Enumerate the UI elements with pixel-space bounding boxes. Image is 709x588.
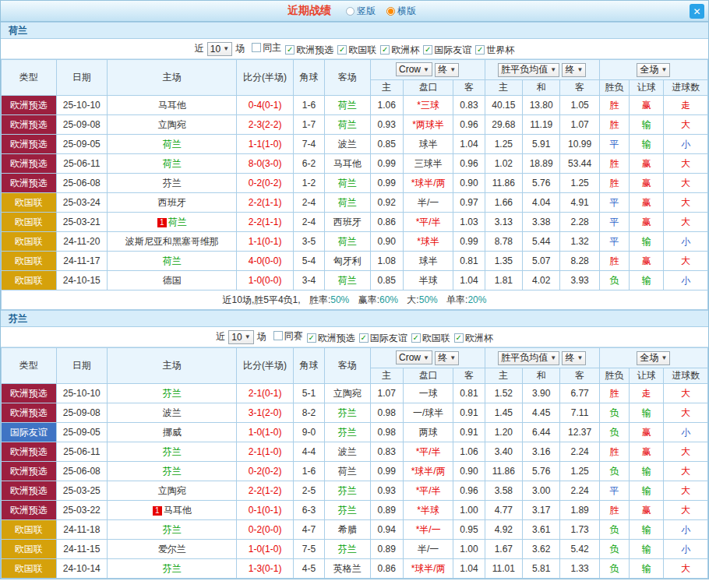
checkbox-checked-icon: ✓ (454, 333, 464, 343)
checkbox-checked-icon: ✓ (423, 45, 432, 55)
result-goals: 小 (664, 135, 708, 154)
corners: 3-5 (293, 232, 324, 252)
corners: 1-6 (293, 96, 324, 115)
radio-unchecked-icon (346, 7, 354, 16)
competition-badge: 欧国联 (2, 252, 57, 271)
col-date: 日期 (56, 60, 108, 96)
filter-checkbox[interactable]: 同赛 (273, 329, 303, 343)
avg-final-select[interactable]: 终 (562, 63, 586, 77)
score: 1-1(1-0) (237, 135, 294, 154)
result-goals: 小 (664, 520, 708, 540)
avg-draw-odds: 3.17 (523, 501, 560, 520)
avg-select[interactable]: 胜平负均值 (498, 351, 559, 365)
odds-source-select[interactable]: Crow (396, 350, 432, 364)
odds-final-select[interactable]: 终 (435, 351, 459, 365)
col-away: 客场 (325, 60, 370, 96)
competition-badge: 欧国联 (2, 559, 57, 579)
handicap-away-odds: 0.81 (453, 252, 485, 271)
competition-badge: 欧国联 (2, 193, 57, 213)
filter-checkbox[interactable]: ✓世界杯 (475, 44, 514, 57)
match-date: 24-10-14 (56, 559, 108, 579)
match-date: 24-11-20 (56, 232, 108, 252)
home-team: 芬兰 (108, 384, 237, 403)
filter-checkbox[interactable]: ✓欧国联 (337, 44, 376, 57)
handicap-away-odds: 1.06 (453, 442, 485, 462)
odds-source-select[interactable]: Crow (396, 62, 432, 76)
layout-option-vertical[interactable]: 竖版 (346, 5, 376, 18)
match-date: 25-09-05 (56, 423, 108, 442)
result-wdl: 胜 (599, 252, 629, 271)
corners: 4-7 (293, 520, 324, 540)
filter-checkbox[interactable]: 同主 (252, 41, 281, 55)
handicap-away-odds: 0.95 (453, 520, 485, 540)
sub-ou: 进球数 (664, 368, 708, 384)
corners: 4-5 (293, 559, 324, 579)
match-row: 欧国联24-11-17荷兰4-0(0-0)5-4匈牙利1.08球半0.811.3… (2, 252, 708, 271)
result-goals: 大 (664, 403, 708, 423)
competition-badge: 欧洲预选 (2, 403, 57, 423)
home-team: 1马耳他 (108, 501, 237, 520)
competition-badge: 欧国联 (2, 520, 57, 540)
handicap-home-odds: 1.08 (370, 252, 403, 271)
result-wdl: 负 (599, 559, 629, 579)
result-wdl: 负 (599, 403, 629, 423)
avg-home-odds: 1.35 (485, 252, 522, 271)
home-team: 马耳他 (108, 96, 237, 115)
recent-count-select[interactable]: 10 (207, 42, 232, 56)
score: 2-1(0-1) (237, 384, 294, 403)
avg-home-odds: 1.52 (485, 384, 522, 403)
result-wdl: 负 (599, 462, 629, 481)
avg-select[interactable]: 胜平负均值 (498, 63, 559, 77)
corners: 2-4 (293, 213, 324, 232)
recent-count-select[interactable]: 10 (228, 330, 253, 344)
matches-table: 类型 日期 主场 比分(半场) 角球 客场 Crow 终 胜平负均值 终 (1, 347, 708, 579)
avg-home-odds: 3.40 (485, 442, 522, 462)
filter-checkbox[interactable]: ✓欧洲杯 (454, 332, 493, 345)
away-team: 荷兰 (325, 115, 370, 135)
match-date: 25-03-21 (56, 213, 108, 232)
avg-draw-odds: 4.02 (523, 271, 560, 290)
home-team: 德国 (108, 271, 237, 290)
filter-checkbox[interactable]: ✓欧洲预选 (285, 44, 333, 57)
filter-checkbox[interactable]: ✓欧洲预选 (307, 332, 355, 345)
avg-final-select[interactable]: 终 (562, 351, 586, 365)
filter-checkbox[interactable]: ✓欧洲杯 (380, 44, 419, 57)
checkbox-unchecked-icon (273, 331, 283, 340)
filter-checkbox-label: 欧洲预选 (296, 44, 333, 57)
away-team: 波兰 (325, 442, 370, 462)
competition-badge: 欧洲预选 (2, 462, 57, 481)
result-wdl: 负 (599, 520, 629, 540)
layout-option-horizontal[interactable]: 横版 (386, 5, 416, 18)
result-goals: 小 (664, 271, 708, 290)
sub-away: 客 (453, 368, 485, 384)
scope-select[interactable]: 全场 (637, 351, 670, 365)
close-button[interactable]: ✕ (690, 4, 704, 19)
result-goals: 大 (664, 193, 708, 213)
games-label: 场 (235, 42, 245, 55)
col-score: 比分(半场) (237, 60, 294, 96)
filter-checkbox[interactable]: ✓国际友谊 (359, 332, 407, 345)
result-wdl: 负 (599, 271, 629, 290)
result-wdl: 平 (599, 232, 629, 252)
filter-checkbox[interactable]: ✓国际友谊 (423, 44, 471, 57)
filter-checkbox[interactable]: ✓欧国联 (411, 332, 450, 345)
avg-draw-odds: 4.45 (523, 403, 560, 423)
avg-away-odds: 2.24 (560, 442, 599, 462)
handicap-line: *三球 (403, 96, 453, 115)
handicap-away-odds: 0.97 (453, 193, 485, 213)
team-name-bar: 芬兰 (1, 310, 708, 327)
summary-stat-label: 赢率: (358, 294, 379, 305)
avg-draw-odds: 3.00 (523, 481, 560, 501)
avg-home-odds: 4.77 (485, 501, 522, 520)
odds-final-select[interactable]: 终 (435, 63, 459, 77)
result-handicap: 赢 (630, 193, 664, 213)
result-wdl: 平 (599, 213, 629, 232)
col-away: 客场 (325, 348, 370, 384)
corners: 3-4 (293, 271, 324, 290)
scope-select[interactable]: 全场 (637, 63, 670, 77)
sub-avg-away: 客 (560, 80, 599, 96)
away-team: 匈牙利 (325, 252, 370, 271)
sub-wdl: 胜负 (599, 368, 629, 384)
avg-away-odds: 7.11 (560, 403, 599, 423)
handicap-away-odds: 1.04 (453, 271, 485, 290)
